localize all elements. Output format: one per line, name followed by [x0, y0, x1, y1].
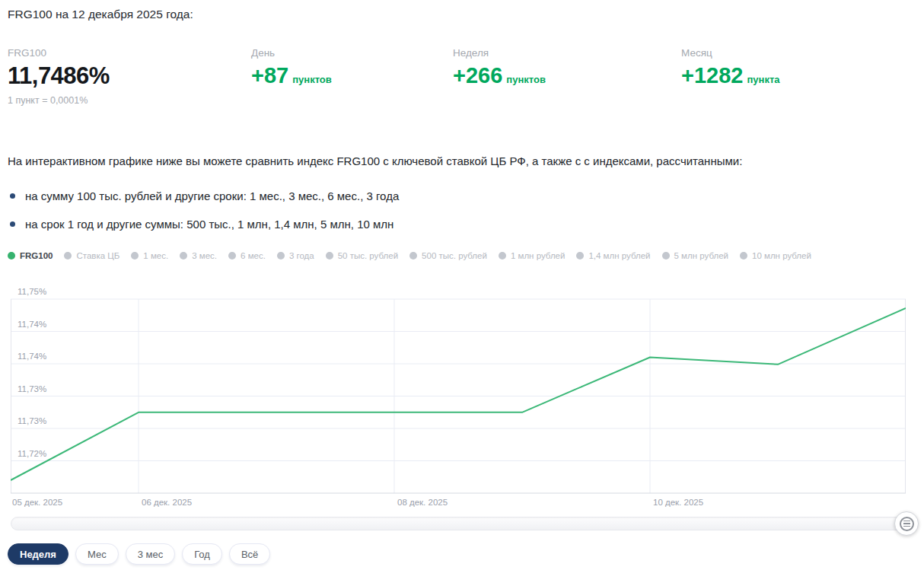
stat-week-value: +266 [453, 64, 502, 87]
x-axis-label: 06 дек. 2025 [142, 498, 192, 507]
legend-marker-icon [64, 252, 72, 260]
legend-item-1-4mln[interactable]: 1,4 млн рублей [576, 251, 650, 260]
list-item-text: на срок 1 год и другие суммы: 500 тыс., … [25, 218, 393, 231]
stat-month-unit: пункта [747, 75, 779, 85]
legend-label: 1 мес. [143, 251, 168, 260]
legend-item-10mln[interactable]: 10 млн рублей [740, 251, 811, 260]
x-axis-label: 10 дек. 2025 [653, 498, 703, 507]
range-button-week[interactable]: Неделя [8, 543, 69, 565]
stat-week-change: +266 пунктов [453, 64, 546, 87]
stat-week-label: Неделя [453, 47, 546, 59]
legend-item-1mln[interactable]: 1 млн рублей [499, 251, 566, 260]
frg100-line-series[interactable] [11, 308, 906, 480]
y-axis-label: 11,72% [18, 449, 46, 458]
stat-day-value: +87 [251, 64, 288, 87]
stat-week-unit: пунктов [506, 75, 546, 85]
x-axis-label: 08 дек. 2025 [397, 498, 448, 507]
legend-item-50k[interactable]: 50 тыс. рублей [326, 251, 398, 260]
stat-week: Неделя +266 пунктов [453, 47, 546, 87]
grip-icon [900, 517, 914, 531]
range-button-all[interactable]: Всё [229, 543, 270, 565]
bullet-icon [10, 221, 15, 227]
legend-item-500k[interactable]: 500 тыс. рублей [409, 251, 487, 260]
legend-label: Ставка ЦБ [76, 251, 119, 260]
list-item: на сумму 100 тыс. рублей и другие сроки:… [8, 189, 399, 204]
range-button-year[interactable]: Год [182, 543, 222, 565]
y-axis-label: 11,73% [18, 416, 46, 425]
legend-marker-icon [740, 252, 747, 260]
stat-month-label: Месяц [681, 47, 780, 59]
frg100-chart-svg: 11,75%11,74%11,74%11,73%11,73%11,72%05 д… [11, 285, 906, 511]
legend-label: 6 мес. [241, 251, 266, 260]
y-axis-label: 11,73% [18, 384, 46, 393]
stat-frg100-value: 11,7486% [8, 64, 110, 89]
legend-marker-icon [180, 252, 187, 260]
legend-marker-icon [662, 252, 670, 260]
list-item-text: на сумму 100 тыс. рублей и другие сроки:… [25, 189, 399, 202]
y-axis-label: 11,74% [18, 320, 46, 329]
x-axis-label: 05 дек. 2025 [12, 498, 62, 507]
chart-legend: FRG100Ставка ЦБ1 мес.3 мес.6 мес.3 года5… [8, 251, 811, 260]
legend-marker-icon [277, 252, 285, 260]
legend-label: 3 мес. [192, 251, 217, 260]
legend-label: 1 млн рублей [511, 251, 566, 260]
comparison-list: на сумму 100 тыс. рублей и другие сроки:… [8, 189, 399, 245]
page-title: FRG100 на 12 декабря 2025 года: [8, 8, 193, 21]
legend-label: 50 тыс. рублей [338, 251, 398, 260]
legend-item-frg100[interactable]: FRG100 [8, 251, 53, 260]
bullet-icon [10, 193, 15, 199]
chart-intro-text: На интерактивном графике ниже вы можете … [8, 154, 917, 167]
legend-label: FRG100 [20, 251, 53, 260]
legend-marker-icon [8, 252, 15, 260]
range-button-3m[interactable]: 3 мес [126, 543, 176, 565]
legend-marker-icon [326, 252, 333, 260]
y-axis-label: 11,75% [18, 287, 46, 296]
range-button-month[interactable]: Мес [75, 543, 119, 565]
chart-scrollbar[interactable] [11, 517, 915, 530]
stat-day: День +87 пунктов [251, 47, 332, 87]
legend-marker-icon [228, 252, 236, 260]
legend-label: 10 млн рублей [752, 251, 811, 260]
legend-label: 5 млн рублей [674, 251, 729, 260]
stat-frg100-note: 1 пункт = 0,0001% [8, 95, 110, 106]
y-axis-label: 11,74% [18, 352, 46, 361]
legend-marker-icon [409, 252, 417, 260]
stat-frg100-label: FRG100 [8, 47, 110, 59]
stat-month: Месяц +1282 пункта [681, 47, 780, 87]
legend-label: 3 года [289, 251, 314, 260]
legend-label: 1,4 млн рублей [588, 251, 650, 260]
legend-item-3y[interactable]: 3 года [277, 251, 314, 260]
frg100-chart[interactable]: 11,75%11,74%11,74%11,73%11,73%11,72%05 д… [11, 285, 906, 511]
legend-item-cb-rate[interactable]: Ставка ЦБ [64, 251, 119, 260]
legend-item-1m[interactable]: 1 мес. [131, 251, 168, 260]
legend-item-6m[interactable]: 6 мес. [228, 251, 266, 260]
legend-marker-icon [499, 252, 506, 260]
legend-marker-icon [576, 252, 584, 260]
legend-label: 500 тыс. рублей [422, 251, 487, 260]
legend-item-3m[interactable]: 3 мес. [180, 251, 217, 260]
legend-marker-icon [131, 252, 139, 260]
navigator-handle[interactable] [894, 511, 919, 536]
legend-item-5mln[interactable]: 5 млн рублей [662, 251, 729, 260]
stat-month-value: +1282 [681, 64, 743, 87]
stat-month-change: +1282 пункта [681, 64, 780, 87]
stat-frg100: FRG100 11,7486% 1 пункт = 0,0001% [8, 47, 110, 106]
stat-day-label: День [251, 47, 332, 59]
list-item: на срок 1 год и другие суммы: 500 тыс., … [8, 217, 399, 232]
range-buttons: НеделяМес3 месГодВсё [8, 543, 270, 565]
stat-day-change: +87 пунктов [251, 64, 332, 87]
stat-day-unit: пунктов [292, 75, 332, 85]
